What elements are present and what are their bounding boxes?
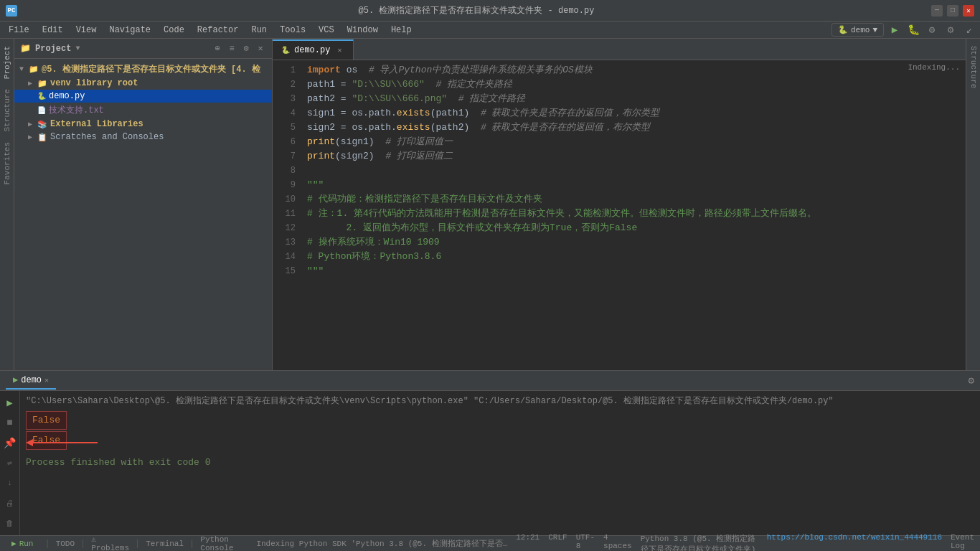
debug-button[interactable]: 🐛 [905,22,921,38]
clear-button[interactable]: 🗑 [3,516,17,530]
csdn-link[interactable]: https://blog.csdn.net/weixin_44449116 [767,533,942,552]
menu-help[interactable]: Help [385,24,418,37]
panel-close-btn[interactable]: ✕ [255,43,266,55]
indexing-status-bar: Indexing Python SDK 'Python 3.8 (@5. 检测指… [256,538,510,549]
txt-item[interactable]: 📄 技术支持.txt [14,103,272,118]
terminal-status[interactable]: Terminal [146,540,184,548]
status-run-button[interactable]: ▶ Run [6,536,39,551]
run-config-selector[interactable]: 🐍 demo ▼ [831,23,884,37]
wrap-button[interactable]: ⇌ [3,456,17,470]
sep3: | [135,539,140,549]
code-content[interactable]: import os # 导入Python中负责处理操作系统相关事务的OS模块pa… [301,60,966,370]
bottom-tabs: ▶ demo ✕ ⚙ [0,371,980,391]
menu-refactor[interactable]: Refactor [192,24,245,37]
menu-run[interactable]: Run [245,24,273,37]
status-run-label: Run [19,540,34,548]
rerun-button[interactable]: ▶ [3,395,17,410]
editor-area: 🐍 demo.py ✕ 1 2 3 4 5 6 7 8 9 10 11 12 1… [273,39,966,370]
red-arrow-annotation [26,428,112,457]
bottom-panel: ▶ demo ✕ ⚙ ▶ ■ 📌 ⇌ ↓ 🖨 🗑 "C:\Users\Sahar… [0,370,980,535]
cursor-position[interactable]: 12:21 [516,533,540,552]
structure-tab[interactable]: Structure [1,85,13,136]
scratches-item[interactable]: ▶ 📋 Scratches and Consoles [14,131,272,143]
window-controls: ─ □ ✕ [931,5,974,17]
window-title: @5. 检测指定路径下是否存在目标文件或文件夹 - demo.py [22,4,931,17]
code-editor[interactable]: 1 2 3 4 5 6 7 8 9 10 11 12 13 14 15 impo… [273,60,966,370]
run-tab-close[interactable]: ✕ [44,376,49,385]
external-libs-item[interactable]: ▶ 📚 External Libraries [14,118,272,131]
folder-icon: 📁 [37,79,47,88]
menu-code[interactable]: Code [158,24,190,37]
favorites-tab[interactable]: Favorites [1,138,13,189]
folder-icon: 📁 [29,65,39,74]
python-console-status[interactable]: Python Console [200,535,250,552]
project-panel: 📁 Project ▼ ⊕ ≡ ⚙ ✕ ▼ 📁 @5. 检测指定路径下是否存在目… [14,39,273,370]
event-log[interactable]: Event Log [951,533,974,552]
bottom-settings-btn[interactable]: ⚙ [969,375,974,387]
tab-label: demo.py [294,45,330,55]
dropdown-arrow: ▼ [75,44,80,52]
print-button[interactable]: 🖨 [3,496,17,510]
status-bar-right: 12:21 CRLF UTF-8 4 spaces Python 3.8 (@5… [516,533,974,552]
toolbar-right: 🐍 demo ▼ ▶ 🐛 ⚙ ⚙ ↙ [831,22,977,38]
menu-vcs[interactable]: VCS [313,24,340,37]
panel-collapse-btn[interactable]: ≡ [226,43,237,55]
panel-header-buttons: ⊕ ≡ ⚙ ✕ [212,43,266,55]
menu-edit[interactable]: Edit [37,24,69,37]
editor-tab-demo[interactable]: 🐍 demo.py ✕ [273,39,354,60]
build-button[interactable]: ⚙ [943,22,958,38]
status-bar: ▶ Run | TODO | ⚠ Problems | Terminal | P… [0,535,980,551]
menu-file[interactable]: File [3,24,35,37]
run-command: "C:\Users\Sahara\Desktop\@5. 检测指定路径下是否存在… [26,394,974,408]
exit-message: Process finished with exit code 0 [26,456,974,470]
scroll-end-button[interactable]: ↓ [3,476,17,490]
tab-python-icon: 🐍 [281,46,290,55]
output-false-1: False [26,411,67,430]
venv-item[interactable]: ▶ 📁 venv library root [14,77,272,90]
line-ending[interactable]: CRLF [548,533,567,552]
close-button[interactable]: ✕ [963,5,974,17]
restore-button[interactable]: □ [947,5,958,17]
problems-label: Problems [91,544,129,551]
menu-bar: File Edit View Navigate Code Refactor Ru… [0,22,980,39]
problems-status[interactable]: ⚠ Problems [91,534,129,551]
run-tab[interactable]: ▶ demo ✕ [6,372,56,390]
indent[interactable]: 4 spaces [603,533,632,552]
sep4: | [189,539,194,549]
run-button[interactable]: ▶ [887,22,903,38]
run-tab-icon: ▶ [13,375,18,385]
indexing-status: Indexing... [908,63,960,72]
expand-icon: ▶ [26,133,34,141]
project-tab[interactable]: Project [1,42,13,83]
app-icon: PC [6,5,17,17]
tab-close-btn[interactable]: ✕ [334,45,344,55]
pin-button[interactable]: 📌 [3,435,17,450]
menu-window[interactable]: Window [341,24,384,37]
main-content: Project Structure Favorites 📁 Project ▼ … [0,39,980,370]
todo-status[interactable]: TODO [56,540,75,548]
demo-py-item[interactable]: 🐍 demo.py [14,90,272,103]
project-panel-header: 📁 Project ▼ ⊕ ≡ ⚙ ✕ [14,39,272,59]
editor-tab-bar: 🐍 demo.py ✕ [273,39,966,60]
encoding[interactable]: UTF-8 [576,533,595,552]
panel-settings-btn[interactable]: ⚙ [240,43,252,55]
python-version[interactable]: Python 3.8 (@5. 检测指定路径下是否存在目标文件或文件夹) [641,533,758,552]
stop-button[interactable]: ■ [3,415,17,430]
run-icon: ▶ [11,539,17,548]
menu-tools[interactable]: Tools [274,24,311,37]
output-line-1: False [32,415,60,425]
panel-add-btn[interactable]: ⊕ [212,43,223,55]
txt-label: 技术支持.txt [49,104,104,116]
menu-view[interactable]: View [70,24,103,37]
menu-navigate[interactable]: Navigate [103,24,156,37]
git-button[interactable]: ↙ [961,22,977,38]
root-label: @5. 检测指定路径下是否存在目标文件或文件夹 [4. 检 [42,63,260,75]
structure-right-tab[interactable]: Structure [968,42,979,93]
coverage-button[interactable]: ⚙ [924,22,940,38]
line-numbers: 1 2 3 4 5 6 7 8 9 10 11 12 13 14 15 [273,60,301,370]
run-config-label: demo [851,26,870,34]
svg-marker-1 [26,439,33,446]
minimize-button[interactable]: ─ [931,5,943,17]
scratches-label: Scratches and Consoles [50,132,164,142]
project-root[interactable]: ▼ 📁 @5. 检测指定路径下是否存在目标文件或文件夹 [4. 检 [14,62,272,77]
